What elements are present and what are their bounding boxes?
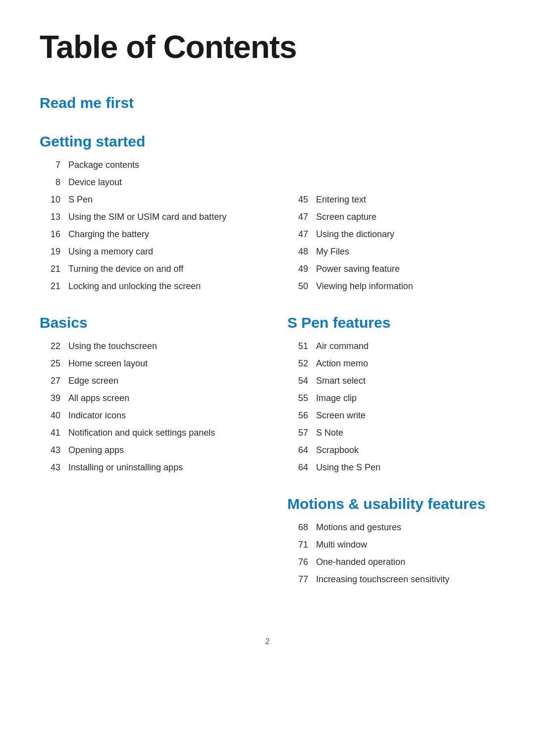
entry-text: All apps screen bbox=[68, 392, 129, 405]
entry-text: Opening apps bbox=[68, 444, 124, 457]
page-num: 52 bbox=[287, 357, 308, 370]
section-s-pen-features: S Pen features 51 Air command 52 Action … bbox=[287, 314, 495, 474]
list-item: 8 Device layout bbox=[40, 176, 248, 189]
section-title-basics: Basics bbox=[40, 314, 248, 332]
list-item: 55 Image clip bbox=[287, 392, 495, 405]
entry-text: S Note bbox=[316, 426, 343, 440]
list-item: 50 Viewing help information bbox=[287, 280, 495, 293]
list-item: 27 Edge screen bbox=[40, 374, 248, 388]
section-read-me-first: Read me first bbox=[40, 94, 248, 112]
list-item: 54 Smart select bbox=[287, 374, 495, 388]
page-num: 19 bbox=[40, 245, 60, 258]
entry-text: Package contents bbox=[68, 158, 139, 172]
page-num: 49 bbox=[287, 262, 308, 276]
page-num: 25 bbox=[40, 357, 60, 370]
list-item: 49 Power saving feature bbox=[287, 262, 495, 276]
section-title-s-pen-features: S Pen features bbox=[287, 314, 495, 332]
page-num: 71 bbox=[287, 538, 308, 552]
section-title-getting-started: Getting started bbox=[40, 133, 248, 151]
page-num: 21 bbox=[40, 280, 60, 293]
toc-list-getting-started: 7 Package contents 8 Device layout 10 S … bbox=[40, 158, 248, 293]
list-item: 47 Using the dictionary bbox=[287, 228, 495, 241]
entry-text: Notification and quick settings panels bbox=[68, 426, 215, 440]
right-column: 45 Entering text 47 Screen capture 47 Us… bbox=[268, 94, 495, 607]
list-item: 43 Opening apps bbox=[40, 444, 248, 457]
list-item: 10 S Pen bbox=[40, 193, 248, 206]
page-num: 50 bbox=[287, 280, 308, 293]
entry-text: Indicator icons bbox=[68, 409, 126, 422]
page-num: 48 bbox=[287, 245, 308, 258]
left-column: Read me first Getting started 7 Package … bbox=[40, 94, 268, 607]
list-item: 41 Notification and quick settings panel… bbox=[40, 426, 248, 440]
entry-text: Installing or uninstalling apps bbox=[68, 461, 183, 474]
entry-text: S Pen bbox=[68, 193, 93, 206]
page-num: 77 bbox=[287, 573, 308, 586]
entry-text: Smart select bbox=[316, 374, 366, 388]
list-item: 64 Scrapbook bbox=[287, 444, 495, 457]
list-item: 43 Installing or uninstalling apps bbox=[40, 461, 248, 474]
section-title-read-me-first: Read me first bbox=[40, 94, 248, 112]
list-item: 57 S Note bbox=[287, 426, 495, 440]
entry-text: Multi window bbox=[316, 538, 367, 552]
list-item: 47 Screen capture bbox=[287, 210, 495, 224]
section-title-motions-usability: Motions & usability features bbox=[287, 495, 495, 513]
page-num: 51 bbox=[287, 340, 308, 353]
page-num: 40 bbox=[40, 409, 60, 422]
page-num: 43 bbox=[40, 444, 60, 457]
list-item: 76 One-handed operation bbox=[287, 555, 495, 569]
toc-list-basics: 22 Using the touchscreen 25 Home screen … bbox=[40, 340, 248, 474]
list-item: 7 Package contents bbox=[40, 158, 248, 172]
section-motions-usability: Motions & usability features 68 Motions … bbox=[287, 495, 495, 586]
entry-text: Using a memory card bbox=[68, 245, 153, 258]
entry-text: Action memo bbox=[316, 357, 368, 370]
page-num: 76 bbox=[287, 555, 308, 569]
page-num: 47 bbox=[287, 210, 308, 224]
entry-text: Increasing touchscreen sensitivity bbox=[316, 573, 449, 586]
list-item: 21 Turning the device on and off bbox=[40, 262, 248, 276]
entry-text: Scrapbook bbox=[316, 444, 359, 457]
entry-text: Power saving feature bbox=[316, 262, 400, 276]
entry-text: Screen capture bbox=[316, 210, 376, 224]
list-item: 51 Air command bbox=[287, 340, 495, 353]
list-item: 39 All apps screen bbox=[40, 392, 248, 405]
footer-page-number: 2 bbox=[265, 637, 269, 646]
entry-text: Edge screen bbox=[68, 374, 118, 388]
page-num: 68 bbox=[287, 521, 308, 534]
list-item: 68 Motions and gestures bbox=[287, 521, 495, 534]
page-num: 13 bbox=[40, 210, 60, 224]
entry-text: Viewing help information bbox=[316, 280, 413, 293]
toc-list-continued: 45 Entering text 47 Screen capture 47 Us… bbox=[287, 193, 495, 293]
entry-text: Screen write bbox=[316, 409, 366, 422]
list-item: 19 Using a memory card bbox=[40, 245, 248, 258]
list-item: 77 Increasing touchscreen sensitivity bbox=[287, 573, 495, 586]
entry-text: My Files bbox=[316, 245, 349, 258]
list-item: 21 Locking and unlocking the screen bbox=[40, 280, 248, 293]
page-num: 16 bbox=[40, 228, 60, 241]
section-getting-started: Getting started 7 Package contents 8 Dev… bbox=[40, 133, 248, 293]
entry-text: Device layout bbox=[68, 176, 122, 189]
page-num: 47 bbox=[287, 228, 308, 241]
section-continued-basics: 45 Entering text 47 Screen capture 47 Us… bbox=[287, 193, 495, 293]
entry-text: Using the touchscreen bbox=[68, 340, 157, 353]
toc-list-motions: 68 Motions and gestures 71 Multi window … bbox=[287, 521, 495, 586]
entry-text: Charging the battery bbox=[68, 228, 149, 241]
page-num: 22 bbox=[40, 340, 60, 353]
page-num: 54 bbox=[287, 374, 308, 388]
page-num: 41 bbox=[40, 426, 60, 440]
page-num: 55 bbox=[287, 392, 308, 405]
list-item: 16 Charging the battery bbox=[40, 228, 248, 241]
list-item: 52 Action memo bbox=[287, 357, 495, 370]
page-num: 56 bbox=[287, 409, 308, 422]
entry-text: Entering text bbox=[316, 193, 366, 206]
page-num: 27 bbox=[40, 374, 60, 388]
page-num: 43 bbox=[40, 461, 60, 474]
page-num: 10 bbox=[40, 193, 60, 206]
list-item: 48 My Files bbox=[287, 245, 495, 258]
entry-text: Locking and unlocking the screen bbox=[68, 280, 201, 293]
list-item: 45 Entering text bbox=[287, 193, 495, 206]
entry-text: Using the SIM or USIM card and battery bbox=[68, 210, 226, 224]
entry-text: Home screen layout bbox=[68, 357, 148, 370]
page-num: 7 bbox=[40, 158, 60, 172]
entry-text: Image clip bbox=[316, 392, 357, 405]
list-item: 13 Using the SIM or USIM card and batter… bbox=[40, 210, 248, 224]
